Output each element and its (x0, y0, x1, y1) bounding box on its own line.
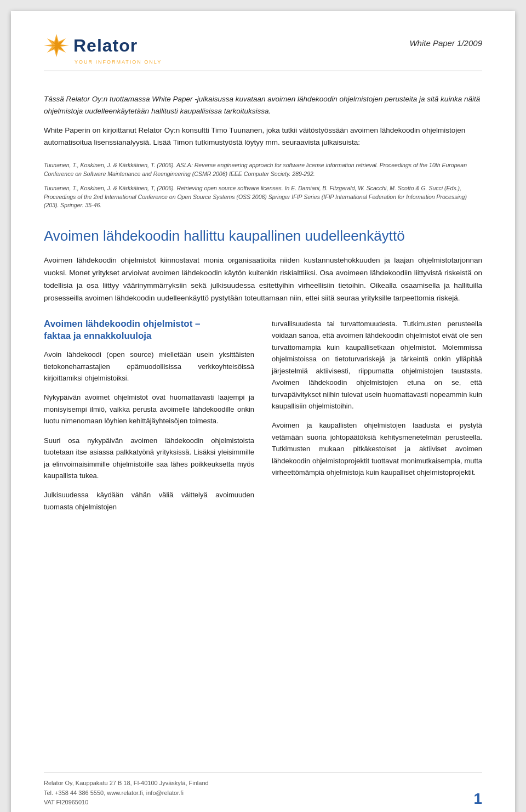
col-left-para-3: Suuri osa nykypäivän avoimen lähdekoodin… (44, 435, 254, 482)
references-section: Tuunanen, T., Koskinen, J. & Kärkkäinen,… (44, 161, 482, 210)
col-left-para-1: Avoin lähdekoodi (open source) mielletää… (44, 349, 254, 384)
col-right-para-1: turvallisuudesta tai turvattomuudesta. T… (272, 318, 482, 412)
footer-address: Relator Oy, Kauppakatu 27 B 18, FI-40100… (44, 779, 209, 788)
subsection-title: Avoimen lähdekoodin ohjelmistot – faktaa… (44, 318, 254, 342)
main-section-body: Avoimen lähdekoodin ohjelmistot kiinnost… (44, 254, 482, 305)
logo-main: Relator (44, 33, 162, 58)
col-left-para-2: Nykypäivän avoimet ohjelmistot ovat huom… (44, 391, 254, 427)
reference-item-2: Tuunanen, T., Koskinen, J. & Kärkkäinen,… (44, 184, 482, 210)
logo-area: Relator YOUR INFORMATION ONLY (44, 33, 162, 65)
page: Relator YOUR INFORMATION ONLY White Pape… (11, 11, 515, 812)
footer-contact: Tel. +358 44 386 5550, www.relator.fi, i… (44, 788, 209, 798)
footer-vat: VAT FI20965010 (44, 798, 209, 808)
col-left: Avoimen lähdekoodin ohjelmistot – faktaa… (44, 318, 254, 520)
reference-item-1: Tuunanen, T., Koskinen, J. & Kärkkäinen,… (44, 161, 482, 179)
intro-section: Tässä Relator Oy:n tuottamassa White Pap… (44, 93, 482, 148)
white-paper-label: White Paper 1/2009 (409, 38, 482, 48)
col-right-para-2: Avoimen ja kaupallisten ohjelmistojen la… (272, 419, 482, 478)
logo-icon (44, 33, 69, 58)
logo-tagline: YOUR INFORMATION ONLY (75, 59, 162, 65)
footer-page-number: 1 (473, 790, 482, 808)
col-left-para-4: Julkisuudessa käydään vähän väliä väitte… (44, 489, 254, 513)
col-right: turvallisuudesta tai turvattomuudesta. T… (272, 318, 482, 520)
header-right: White Paper 1/2009 (409, 33, 482, 48)
footer: Relator Oy, Kauppakatu 27 B 18, FI-40100… (44, 773, 482, 808)
intro-italic-text: Tässä Relator Oy:n tuottamassa White Pap… (44, 93, 482, 117)
main-section-title: Avoimen lähdekoodin hallittu kaupallinen… (44, 228, 482, 245)
intro-normal-text: White Paperin on kirjoittanut Relator Oy… (44, 124, 482, 148)
footer-left: Relator Oy, Kauppakatu 27 B 18, FI-40100… (44, 779, 209, 808)
two-column-section: Avoimen lähdekoodin ohjelmistot – faktaa… (44, 318, 482, 520)
logo-text: Relator (73, 36, 138, 56)
header: Relator YOUR INFORMATION ONLY White Pape… (44, 33, 482, 71)
